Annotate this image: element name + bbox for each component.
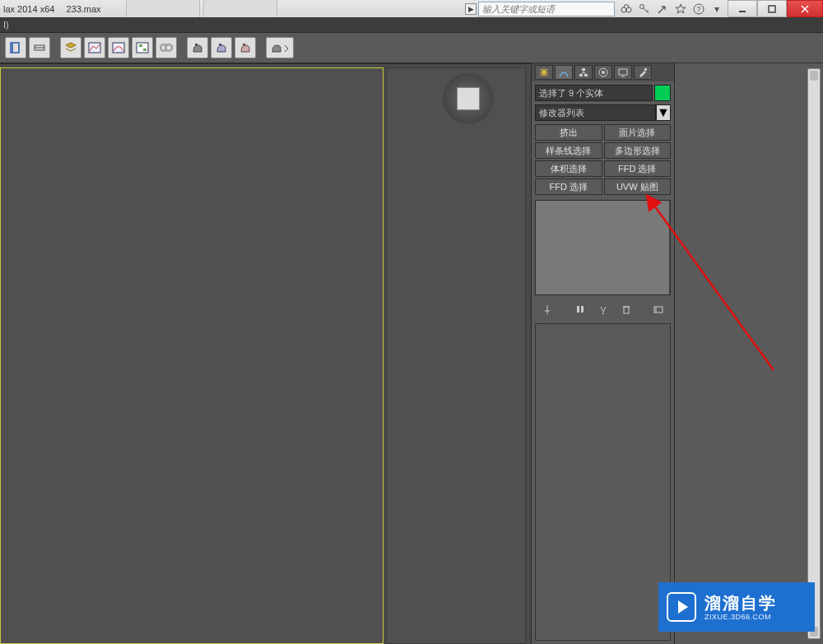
- svg-rect-20: [243, 44, 245, 45]
- svg-rect-14: [139, 44, 142, 47]
- svg-rect-6: [769, 6, 775, 12]
- svg-rect-32: [624, 307, 629, 313]
- svg-rect-12: [113, 43, 124, 53]
- help-icon[interactable]: ?: [692, 2, 705, 16]
- svg-rect-21: [582, 68, 585, 71]
- render-preset-icon[interactable]: [266, 37, 294, 58]
- svg-point-31: [602, 313, 604, 314]
- window-buttons: [728, 0, 823, 17]
- viewport-right[interactable]: [386, 67, 526, 644]
- svg-rect-22: [579, 74, 583, 76]
- command-panel: 选择了 9 个实体 修改器列表 ▼ 挤出 面片选择 样条线选择 多边形选择 体积…: [531, 63, 674, 644]
- svg-point-1: [626, 7, 631, 12]
- layer-icon[interactable]: [60, 37, 81, 58]
- modify-tab-icon[interactable]: [555, 65, 573, 80]
- app-title: lax 2014 x64: [3, 4, 54, 14]
- background-tab[interactable]: [203, 0, 277, 17]
- key-icon[interactable]: [638, 2, 651, 16]
- graph-editor-icon[interactable]: [84, 37, 105, 58]
- svg-rect-23: [584, 74, 588, 76]
- modifier-vol-select-button[interactable]: 体积选择: [535, 160, 602, 177]
- search-go-button[interactable]: ▶: [465, 3, 477, 15]
- svg-rect-18: [195, 44, 198, 45]
- dropdown-caret-icon[interactable]: ▾: [710, 2, 723, 16]
- modifier-extrude-button[interactable]: 挤出: [535, 124, 602, 141]
- configure-sets-icon[interactable]: [651, 302, 666, 317]
- title-text-area: lax 2014 x64 233.max: [0, 4, 101, 14]
- background-tabs: [126, 0, 281, 17]
- motion-tab-icon[interactable]: [594, 65, 612, 80]
- modifier-list-dropdown[interactable]: 修改器列表: [535, 104, 656, 121]
- rollout-empty-area: [535, 323, 671, 641]
- svg-point-2: [640, 4, 644, 8]
- modifier-buttons-grid: 挤出 面片选择 样条线选择 多边形选择 体积选择 FFD 选择 FFD 选择 U…: [535, 124, 671, 195]
- modifier-poly-select-button[interactable]: 多边形选择: [604, 142, 672, 159]
- viewport-left[interactable]: [0, 67, 384, 644]
- svg-text:?: ?: [696, 5, 700, 13]
- svg-point-16: [160, 44, 168, 52]
- show-end-result-icon[interactable]: [573, 302, 588, 317]
- stack-toolbar: [535, 302, 671, 317]
- arrow-icon[interactable]: [656, 2, 669, 16]
- named-selection-icon[interactable]: [5, 37, 26, 58]
- svg-rect-15: [143, 49, 146, 51]
- watermark-en: ZIXUE.3D66.COM: [704, 613, 777, 622]
- watermark-badge: 溜溜自学 ZIXUE.3D66.COM: [658, 582, 815, 632]
- svg-rect-28: [644, 68, 647, 71]
- play-icon: [667, 592, 696, 622]
- binoculars-icon[interactable]: [620, 2, 633, 16]
- object-color-swatch[interactable]: [654, 85, 671, 101]
- svg-rect-11: [89, 43, 100, 53]
- modifier-patch-select-button[interactable]: 面片选择: [604, 124, 672, 141]
- pin-stack-icon[interactable]: [540, 302, 555, 317]
- display-tab-icon[interactable]: [614, 65, 632, 80]
- create-tab-icon[interactable]: [535, 65, 553, 80]
- maximize-button[interactable]: [757, 0, 787, 17]
- svg-rect-30: [581, 306, 584, 313]
- modifier-stack[interactable]: [535, 200, 671, 295]
- modifier-ffd-select-button[interactable]: FFD 选择: [604, 160, 672, 177]
- menu-letter[interactable]: I): [3, 20, 9, 30]
- svg-rect-19: [219, 44, 221, 45]
- remove-modifier-icon[interactable]: [619, 302, 634, 317]
- viewcube[interactable]: [441, 72, 495, 126]
- svg-rect-9: [35, 45, 44, 50]
- selection-name-field[interactable]: 选择了 9 个实体: [535, 85, 653, 101]
- star-icon[interactable]: [674, 2, 687, 16]
- svg-rect-13: [137, 43, 148, 53]
- main-toolbar: [0, 33, 823, 63]
- modifier-spline-select-button[interactable]: 样条线选择: [535, 142, 602, 159]
- hierarchy-tab-icon[interactable]: [574, 65, 593, 80]
- modifier-uvw-map-button[interactable]: UVW 贴图: [604, 178, 672, 195]
- svg-point-17: [165, 44, 173, 52]
- title-help-icons: ? ▾: [620, 2, 723, 16]
- command-panel-body: 选择了 9 个实体 修改器列表 ▼ 挤出 面片选择 样条线选择 多边形选择 体积…: [532, 81, 674, 320]
- utilities-tab-icon[interactable]: [634, 65, 652, 80]
- selection-row: 选择了 9 个实体: [535, 85, 671, 101]
- command-panel-tabs: [532, 63, 674, 81]
- modifier-ffd-select-b-button[interactable]: FFD 选择: [535, 178, 602, 195]
- render-production-icon[interactable]: [235, 37, 256, 58]
- render-setup-icon[interactable]: [187, 37, 208, 58]
- curve-editor-icon[interactable]: [108, 37, 129, 58]
- viewcube-face-icon[interactable]: [457, 87, 480, 110]
- selection-filter-icon[interactable]: [29, 37, 50, 58]
- chevron-down-icon[interactable]: ▼: [656, 104, 671, 121]
- svg-rect-26: [619, 69, 627, 75]
- svg-rect-29: [577, 306, 579, 313]
- right-gutter: [674, 63, 823, 644]
- menu-strip: I): [0, 17, 823, 33]
- search-area: ▶ ? ▾: [465, 0, 723, 17]
- make-unique-icon[interactable]: [596, 302, 611, 317]
- watermark-text: 溜溜自学 ZIXUE.3D66.COM: [704, 593, 777, 622]
- minimize-button[interactable]: [728, 0, 757, 17]
- search-input[interactable]: [478, 2, 615, 16]
- background-tab[interactable]: [126, 0, 200, 17]
- material-editor-icon[interactable]: [156, 37, 177, 58]
- vertical-scrollbar[interactable]: [807, 68, 821, 639]
- file-name: 233.max: [66, 4, 100, 14]
- close-button[interactable]: [787, 0, 823, 17]
- title-bar: lax 2014 x64 233.max ▶ ? ▾: [0, 0, 823, 17]
- schematic-view-icon[interactable]: [132, 37, 153, 58]
- render-frame-icon[interactable]: [211, 37, 232, 58]
